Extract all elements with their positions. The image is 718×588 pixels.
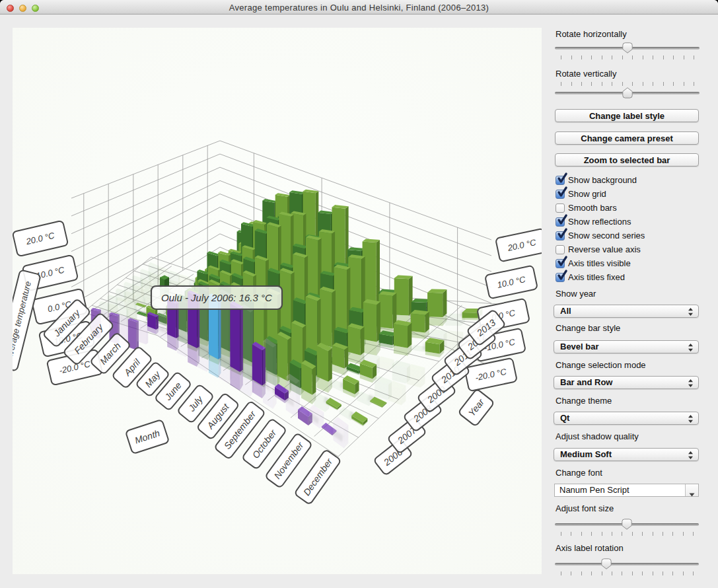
svg-text:Oulu - July 2006: 16.3 °C: Oulu - July 2006: 16.3 °C (161, 292, 272, 303)
